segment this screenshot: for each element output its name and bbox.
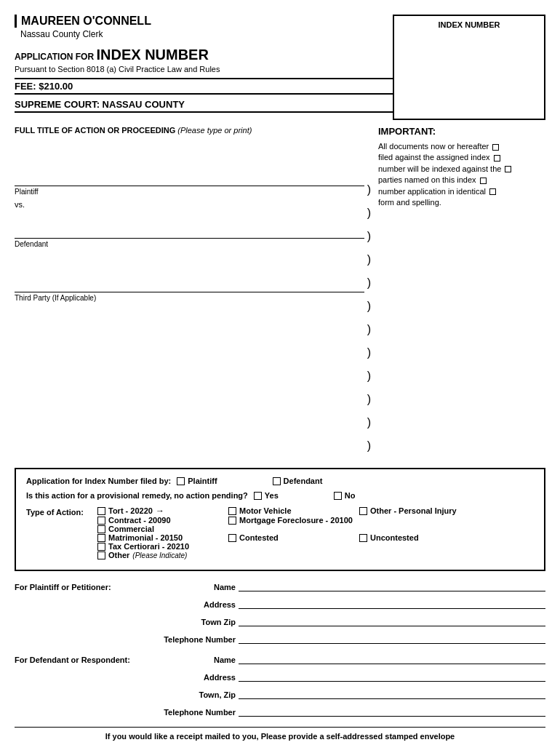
defendant-address-row: Address: [15, 670, 545, 682]
matrimonial-label: Matrimonial - 20150: [108, 533, 183, 542]
toa-row-3: Commercial: [97, 525, 534, 533]
important-box: IMPORTANT: All documents now or hereafte…: [378, 126, 545, 208]
defendant-section-label: For Defendant or Respondent:: [15, 656, 145, 664]
type-of-action-section: Type of Action: Tort - 20220 → Motor Veh…: [26, 506, 534, 559]
left-col: FULL TITLE OF ACTION OR PROCEEDING (Plea…: [15, 126, 371, 458]
defendant-townzip-row: Town, Zip: [15, 688, 545, 699]
uncontested-item[interactable]: Uncontested: [359, 533, 483, 542]
plaintiff-address-label: Address: [148, 600, 236, 609]
third-party-line: [15, 292, 364, 292]
other-item[interactable]: Other (Please Indicate): [97, 551, 221, 559]
plaintiff-name-input[interactable]: [239, 580, 545, 591]
defendant-label: Defendant: [15, 240, 364, 248]
tax-checkbox[interactable]: [97, 543, 105, 551]
form-section: Application for Index Number filed by: P…: [15, 468, 545, 571]
commercial-checkbox[interactable]: [97, 525, 105, 533]
plaintiff-checkbox[interactable]: [177, 477, 185, 485]
plaintiff-name-label: Name: [148, 583, 236, 591]
plaintiff-checkbox-group[interactable]: Plaintiff: [177, 477, 217, 485]
matrimonial-checkbox[interactable]: [97, 534, 105, 542]
main-body: FULL TITLE OF ACTION OR PROCEEDING (Plea…: [15, 126, 545, 458]
important-title: IMPORTANT:: [378, 126, 545, 137]
type-of-action-options: Tort - 20220 → Motor Vehicle Other - Per…: [97, 506, 534, 559]
court-line: SUPREME COURT: NASSAU COUNTY: [15, 99, 393, 113]
plaintiff-address-input[interactable]: [239, 597, 545, 609]
no-checkbox-group[interactable]: No: [334, 491, 356, 500]
plaintiff-tel-row: Telephone Number: [15, 632, 545, 644]
uncontested-label: Uncontested: [370, 533, 419, 542]
yes-checkbox-group[interactable]: Yes: [254, 491, 279, 500]
motor-vehicle-label: Motor Vehicle: [239, 506, 292, 515]
other-pi-item[interactable]: Other - Personal Injury: [359, 506, 483, 515]
plaintiff-fields-section: For Plaintiff or Petitioner: Name Addres…: [15, 580, 545, 644]
motor-vehicle-item[interactable]: Motor Vehicle: [228, 506, 352, 515]
clerk-name: MAUREEN O'CONNELL: [15, 15, 393, 28]
defendant-tel-input[interactable]: [239, 705, 545, 717]
tort-item[interactable]: Tort - 20220 →: [97, 506, 221, 516]
checkbox-sq-2: [494, 155, 500, 162]
contract-item[interactable]: Contract - 20090: [97, 516, 221, 525]
other-pi-label: Other - Personal Injury: [370, 506, 457, 515]
commercial-item[interactable]: Commercial: [97, 525, 221, 533]
index-number-title: INDEX NUMBER: [96, 47, 208, 63]
checkbox-sq-4: [480, 178, 487, 184]
motor-vehicle-checkbox[interactable]: [228, 507, 236, 515]
contract-checkbox[interactable]: [97, 517, 105, 525]
defendant-checkbox[interactable]: [273, 477, 281, 485]
contested-label: Contested: [239, 533, 279, 542]
contested-checkbox[interactable]: [228, 534, 236, 542]
filed-by-label: Application for Index Number filed by:: [26, 477, 171, 485]
defendant-fields-section: For Defendant or Respondent: Name Addres…: [15, 653, 545, 717]
checkbox-sq-1: [492, 144, 499, 151]
yes-option-label: Yes: [265, 491, 279, 500]
toa-row-6: Other (Please Indicate): [97, 551, 534, 559]
toa-row-4: Matrimonial - 20150 Contested Unconteste…: [97, 533, 534, 542]
index-number-box: INDEX NUMBER: [393, 15, 545, 120]
yes-checkbox[interactable]: [254, 492, 262, 500]
defendant-townzip-input[interactable]: [239, 688, 545, 699]
fee-line: FEE: $210.00: [15, 78, 393, 95]
filed-by-row: Application for Index Number filed by: P…: [26, 477, 534, 485]
plaintiff-label: Plaintiff: [15, 188, 364, 196]
header-left: MAUREEN O'CONNELL Nassau County Clerk AP…: [15, 15, 393, 120]
important-text: All documents now or hereafter filed aga…: [378, 141, 545, 208]
uncontested-checkbox[interactable]: [359, 534, 367, 542]
tax-item[interactable]: Tax Certiorari - 20210: [97, 542, 221, 551]
other-label: Other: [108, 551, 129, 559]
third-party-label: Third Party (If Applicable): [15, 294, 364, 302]
plaintiff-address-row: Address: [15, 597, 545, 609]
matrimonial-item[interactable]: Matrimonial - 20150: [97, 533, 221, 542]
plaintiff-townzip-input[interactable]: [239, 615, 545, 626]
provisional-row: Is this action for a provisional remedy,…: [26, 491, 534, 500]
defendant-checkbox-group[interactable]: Defendant: [273, 477, 323, 485]
other-checkbox[interactable]: [97, 551, 105, 559]
plaintiff-name-row: For Plaintiff or Petitioner: Name: [15, 580, 545, 591]
toa-row-5: Tax Certiorari - 20210: [97, 542, 534, 551]
tax-label: Tax Certiorari - 20210: [108, 542, 189, 551]
app-title-block: APPLICATION FOR INDEX NUMBER: [15, 47, 393, 63]
index-number-box-label: INDEX NUMBER: [439, 20, 500, 29]
defendant-name-label: Name: [148, 656, 236, 664]
vs-text: vs.: [15, 200, 364, 209]
defendant-address-input[interactable]: [239, 670, 545, 682]
plaintiff-tel-input[interactable]: [239, 632, 545, 644]
other-pi-checkbox[interactable]: [359, 507, 367, 515]
party-fields: Plaintiff vs. Defendant Third Party (If …: [15, 156, 364, 458]
other-note: (Please Indicate): [132, 551, 187, 559]
mortgage-label: Mortgage Foreclosure - 20100: [239, 516, 353, 525]
plaintiff-townzip-label: Town Zip: [148, 618, 236, 626]
tort-arrow: →: [156, 506, 164, 516]
mortgage-item[interactable]: Mortgage Foreclosure - 20100: [228, 516, 388, 525]
plaintiff-section-label: For Plaintiff or Petitioner:: [15, 583, 145, 591]
defendant-name-input[interactable]: [239, 653, 545, 664]
plaintiff-line: [15, 186, 364, 186]
plaintiff-tel-label: Telephone Number: [148, 635, 236, 644]
defendant-option-label: Defendant: [284, 477, 323, 485]
checkbox-sq-5: [489, 188, 496, 195]
type-action-label: Type of Action:: [26, 506, 92, 517]
mortgage-checkbox[interactable]: [228, 517, 236, 525]
plaintiff-townzip-row: Town Zip: [15, 615, 545, 626]
no-checkbox[interactable]: [334, 492, 342, 500]
tort-checkbox[interactable]: [97, 507, 105, 515]
contested-item[interactable]: Contested: [228, 533, 352, 542]
